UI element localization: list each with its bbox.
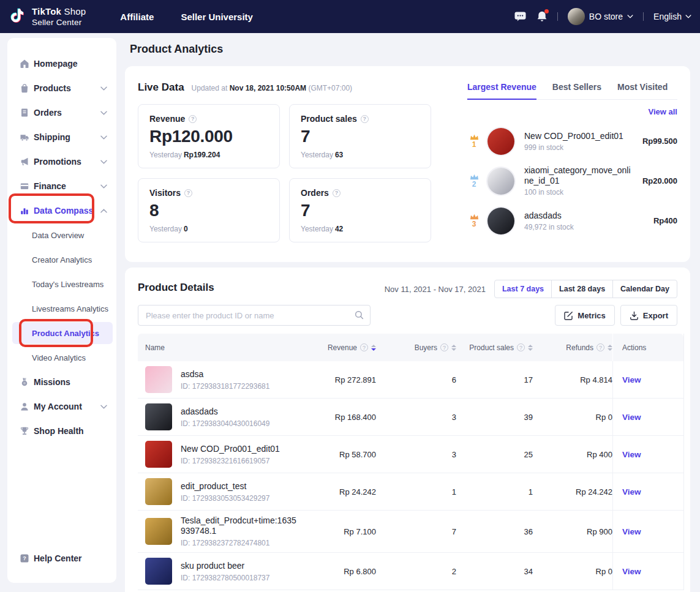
cell-actions: View <box>612 436 684 473</box>
product-info: adasdads 49,972 in stock <box>524 211 634 231</box>
help-circle-icon[interactable] <box>597 343 604 351</box>
tab-most-visited[interactable]: Most Visited <box>617 82 668 99</box>
sort-icon[interactable] <box>371 345 376 351</box>
cell-actions: View <box>612 361 684 398</box>
stat-card: Revenue Rp120.000 YesterdayRp199.204 <box>138 104 280 168</box>
sort-icon[interactable] <box>451 345 456 351</box>
export-button[interactable]: Export <box>620 305 677 326</box>
cell-actions: View <box>612 553 684 590</box>
column-header-buyers[interactable]: Buyers <box>376 343 456 352</box>
product-name: asdsa <box>181 369 269 380</box>
sidebar-item-help-center[interactable]: ? Help Center <box>7 546 116 571</box>
ranking-item[interactable]: 1 New COD_Pro001_edit01 999 in stock Rp9… <box>467 121 677 161</box>
view-link[interactable]: View <box>622 487 641 496</box>
range-calendar-day[interactable]: Calendar Day <box>612 280 677 298</box>
cell-buyers: 3 <box>376 450 456 459</box>
product-image <box>487 208 514 234</box>
sort-icon[interactable] <box>608 345 612 351</box>
range-last-28-days[interactable]: Last 28 days <box>551 280 612 298</box>
sidebar-item-my-account[interactable]: My Account <box>7 394 116 419</box>
svg-text:?: ? <box>23 555 26 561</box>
sidebar-item-finance[interactable]: Finance <box>7 174 116 198</box>
column-header-refunds[interactable]: Refunds <box>533 343 612 352</box>
stat-yesterday: YesterdayRp199.204 <box>149 151 268 159</box>
help-circle-icon[interactable] <box>360 343 368 351</box>
nav-link-seller-university[interactable]: Seller University <box>181 12 253 22</box>
notifications-bell-icon[interactable] <box>536 10 548 23</box>
product-thumbnail <box>145 403 172 430</box>
view-link[interactable]: View <box>622 450 641 459</box>
rank-number: 3 <box>467 220 481 228</box>
store-dropdown[interactable]: BO store <box>568 8 633 25</box>
product-name: sku product beer <box>181 561 269 571</box>
product-name: adasdads <box>524 211 634 221</box>
products-table: Name Revenue Buyers Product sales Refund… <box>138 334 684 590</box>
tab-largest-revenue[interactable]: Largest Revenue <box>467 82 536 100</box>
chevron-up-icon <box>100 209 107 213</box>
search-icon[interactable] <box>355 310 364 322</box>
chevron-down-icon <box>685 15 691 18</box>
tiktok-shop-logo[interactable]: TikTok Shop Seller Center <box>10 6 86 28</box>
help-circle-icon[interactable] <box>333 189 341 197</box>
column-header-product-sales[interactable]: Product sales <box>456 343 533 352</box>
sidebar-item-shop-health[interactable]: Shop Health <box>7 419 116 443</box>
search-input[interactable] <box>138 305 371 326</box>
notification-dot <box>544 9 549 13</box>
credit-card-icon <box>20 181 29 191</box>
sidebar-item-promotions[interactable]: Promotions <box>7 149 116 174</box>
view-link[interactable]: View <box>622 375 641 384</box>
rank-crown: 3 <box>467 214 481 228</box>
sidebar-item-missions[interactable]: Missions <box>7 370 116 394</box>
view-link[interactable]: View <box>622 567 641 576</box>
product-price: Rp400 <box>653 216 677 225</box>
column-header-revenue[interactable]: Revenue <box>297 343 376 352</box>
table-row: adasdads ID: 1729383040430016049 Rp 168.… <box>138 399 683 436</box>
sidebar-item-shipping[interactable]: Shipping <box>7 125 116 149</box>
rank-crown: 2 <box>467 174 481 188</box>
product-name: Tesla_edit_Prodcut+time:1635939748.1 <box>181 515 297 536</box>
ranking-item[interactable]: 3 adasdads 49,972 in stock Rp400 <box>467 201 677 241</box>
sidebar-subitem-livestreams-analytics[interactable]: Livestreams Analytics <box>7 296 116 321</box>
sidebar-subitem-data-overview[interactable]: Data Overview <box>7 223 116 247</box>
help-circle-icon[interactable] <box>361 115 369 123</box>
cell-name: adasdads ID: 1729383040430016049 <box>138 399 297 435</box>
cell-refunds: Rp 0 <box>533 567 612 576</box>
sidebar-subitem-product-analytics[interactable]: Product Analytics <box>12 322 113 344</box>
sort-icon[interactable] <box>528 345 533 351</box>
sidebar-item-homepage[interactable]: Homepage <box>7 51 116 76</box>
ranking-item[interactable]: 2 xiaomi_category_move_online_id_01 100 … <box>467 161 677 201</box>
help-circle-icon[interactable] <box>517 343 525 351</box>
sidebar-item-data-compass[interactable]: Data Compass <box>7 198 116 223</box>
help-circle-icon[interactable] <box>189 115 197 123</box>
cell-revenue: Rp 7.100 <box>297 527 376 536</box>
medal-icon <box>20 377 29 387</box>
range-last-7-days[interactable]: Last 7 days <box>495 280 551 298</box>
view-link[interactable]: View <box>622 527 641 536</box>
cell-refunds: Rp 4.814 <box>533 375 612 384</box>
sidebar-subitem-todays-livestreams[interactable]: Today's Livestreams <box>7 272 116 296</box>
metrics-button[interactable]: Metrics <box>555 305 615 326</box>
view-all-link[interactable]: View all <box>467 107 677 116</box>
sidebar-item-orders[interactable]: Orders <box>7 100 116 125</box>
chat-icon[interactable] <box>514 11 527 22</box>
live-data-header: Live Data Updated at Nov 18, 2021 10:50A… <box>138 81 352 94</box>
view-link[interactable]: View <box>622 413 641 422</box>
help-circle-icon[interactable] <box>440 343 448 351</box>
sidebar-item-products[interactable]: Products <box>7 76 116 100</box>
nav-link-affiliate[interactable]: Affiliate <box>120 12 154 22</box>
sidebar-subitem-creator-analytics[interactable]: Creator Analytics <box>7 247 116 272</box>
stat-label: Product sales <box>301 114 420 124</box>
help-circle-icon[interactable] <box>184 189 192 197</box>
table-header: Name Revenue Buyers Product sales Refund… <box>138 334 683 361</box>
cell-name: sku product beer ID: 1729382780500018737 <box>138 553 297 590</box>
table-body: asdsa ID: 1729383181772293681 Rp 272.891… <box>138 361 683 590</box>
ranking-panel: Largest Revenue Best Sellers Most Visite… <box>467 82 677 241</box>
sidebar-subitem-video-analytics[interactable]: Video Analytics <box>7 345 116 370</box>
bag-icon <box>20 83 29 93</box>
live-data-title: Live Data <box>138 81 184 94</box>
language-dropdown[interactable]: English <box>653 12 691 21</box>
tab-best-sellers[interactable]: Best Sellers <box>552 82 601 99</box>
cell-revenue: Rp 272.891 <box>297 375 376 384</box>
cell-name: edit_product_test ID: 172938305305342929… <box>138 473 297 510</box>
cell-actions: View <box>612 473 684 510</box>
